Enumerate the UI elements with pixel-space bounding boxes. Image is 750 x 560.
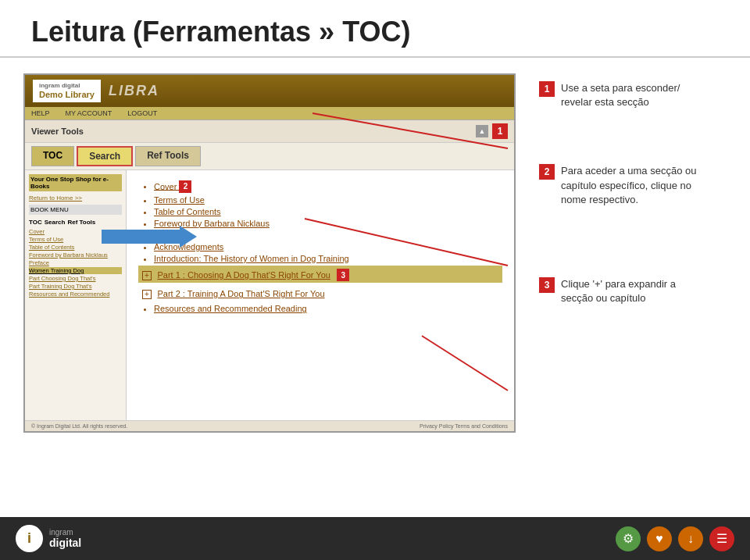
lib-brand-bottom: Demo Library (39, 90, 95, 100)
annotation-2: 2 Para aceder a uma secção ou capítulo e… (539, 164, 727, 207)
footer-icon-settings[interactable]: ⚙ (616, 526, 641, 551)
badge-1: 1 (492, 123, 508, 139)
page-footer: i ingram digital ⚙ ♥ ↓ ☰ (0, 517, 750, 560)
footer-icon-menu[interactable]: ☰ (709, 526, 734, 551)
toc-item-toc[interactable]: Table of Contents (154, 207, 502, 216)
footer-logo: i ingram digital (16, 525, 81, 552)
toc-item-foreword[interactable]: Foreword by Barbara Nicklaus (154, 219, 502, 228)
toc-item-part1-expandable[interactable]: + Part 1 : Choosing A Dog That'S Right F… (138, 266, 502, 284)
sidebar-item-part2[interactable]: Part Training Dog That's (29, 283, 122, 290)
sidebar-return-home[interactable]: Return to Home >> (29, 194, 122, 202)
lib-logo: ingram digital Demo Library (33, 80, 101, 102)
page-title: Leitura (Ferramentas » TOC) (31, 16, 719, 48)
sidebar-tab-toc[interactable]: TOC (29, 219, 42, 226)
annotation-badge-2: 2 (539, 164, 555, 180)
badge-3-inline: 3 (337, 269, 349, 281)
browser-footer: © Ingram Digital Ltd. All rights reserve… (25, 420, 514, 431)
lib-header: ingram digital Demo Library LIBRA (25, 75, 514, 107)
viewer-tools-label: Viewer Tools (31, 127, 84, 136)
expand-icon-part1[interactable]: + (142, 271, 152, 280)
toc-item-acknowledgments[interactable]: Acknowledgments (154, 242, 502, 251)
expand-icon-part2[interactable]: + (142, 290, 152, 299)
lib-brand-top: ingram digital (39, 82, 95, 90)
nav-account[interactable]: MY ACCOUNT (66, 109, 112, 117)
page-header: Leitura (Ferramentas » TOC) (0, 0, 750, 58)
toc-item-resources[interactable]: Resources and Recommended Reading (154, 304, 502, 313)
sidebar-tabs: TOC Search Ref Tools (29, 219, 122, 226)
footer-icon-download[interactable]: ↓ (678, 526, 703, 551)
annotation-text-3: Clique '+' para expandir a secção ou cap… (561, 277, 676, 305)
annotations-panel: 1 Use a seta para esconder/ revelar esta… (539, 73, 727, 433)
toc-item-cover[interactable]: Cover 2 (154, 180, 502, 193)
annotation-text-2: Para aceder a uma secção ou capítulo esp… (561, 164, 696, 207)
sidebar-item-women[interactable]: Women Training Dog (29, 267, 122, 274)
screenshot-container: ingram digital Demo Library LIBRA HELP M… (23, 73, 523, 433)
toc-list-bottom: Resources and Recommended Reading (138, 304, 502, 313)
sidebar-tab-reftools[interactable]: Ref Tools (67, 219, 95, 226)
nav-bar: HELP MY ACCOUNT LOGOUT (25, 107, 514, 120)
footer-brand-sub: ingram (49, 528, 81, 537)
toc-item-preface[interactable]: Preface (154, 230, 502, 240)
toc-item-intro[interactable]: Introduction: The History of Women in Do… (154, 254, 502, 263)
browser-inner: Your One Stop Shop for e-Books Return to… (25, 170, 514, 420)
toc-list: Cover 2 Terms of Use Table of Contents F… (138, 180, 502, 263)
footer-icons: ⚙ ♥ ↓ ☰ (616, 526, 734, 551)
browser-copyright: © Ingram Digital Ltd. All rights reserve… (31, 423, 127, 429)
sidebar-tab-search[interactable]: Search (45, 219, 66, 226)
nav-logout[interactable]: LOGOUT (127, 109, 157, 117)
toc-part2-label[interactable]: Part 2 : Training A Dog That'S Right For… (157, 289, 324, 298)
viewer-tools-bar: Viewer Tools ▲ 1 (25, 120, 514, 143)
footer-logo-icon: i (16, 525, 43, 552)
toc-item-part2-expandable[interactable]: + Part 2 : Training A Dog That'S Right F… (138, 284, 502, 301)
viewer-tools-toggle-icon[interactable]: ▲ (476, 125, 488, 137)
sidebar-book-section: BOOK MENU (29, 205, 122, 215)
browser-links: Privacy Policy Terms and Conditions (420, 423, 508, 429)
tab-ref-tools[interactable]: Ref Tools (135, 146, 201, 166)
toc-item-terms[interactable]: Terms of Use (154, 195, 502, 205)
annotation-badge-1: 1 (539, 81, 555, 97)
annotation-text-1: Use a seta para esconder/ revelar esta s… (561, 81, 680, 109)
annotation-badge-3: 3 (539, 277, 555, 293)
sidebar-item-resources[interactable]: Resources and Recommended (29, 291, 122, 298)
sidebar-item-preface[interactable]: Preface (29, 259, 122, 266)
nav-help[interactable]: HELP (31, 109, 50, 117)
tab-search[interactable]: Search (77, 146, 133, 166)
sidebar-item-foreword[interactable]: Foreword by Barbara Nicklaus (29, 251, 122, 259)
toc-part1-label[interactable]: Part 1 : Choosing A Dog That'S Right For… (157, 270, 330, 280)
browser-mockup: ingram digital Demo Library LIBRA HELP M… (23, 73, 516, 433)
browser-sidebar: Your One Stop Shop for e-Books Return to… (25, 170, 127, 420)
annotation-1: 1 Use a seta para esconder/ revelar esta… (539, 81, 727, 109)
sidebar-header: Your One Stop Shop for e-Books (29, 174, 122, 191)
badge-2: 2 (179, 180, 191, 193)
footer-icon-favorite[interactable]: ♥ (647, 526, 672, 551)
sidebar-item-part1[interactable]: Part Choosing Dog That's (29, 275, 122, 282)
tab-toc[interactable]: TOC (31, 146, 74, 166)
lib-banner: LIBRA (109, 83, 159, 99)
annotation-3: 3 Clique '+' para expandir a secção ou c… (539, 277, 727, 305)
footer-brand-name: digital (49, 537, 81, 549)
toc-tabs: TOC Search Ref Tools (25, 143, 514, 170)
main-content: ingram digital Demo Library LIBRA HELP M… (0, 58, 750, 448)
footer-logo-text: ingram digital (49, 528, 81, 549)
toc-content: Cover 2 Terms of Use Table of Contents F… (127, 170, 514, 420)
